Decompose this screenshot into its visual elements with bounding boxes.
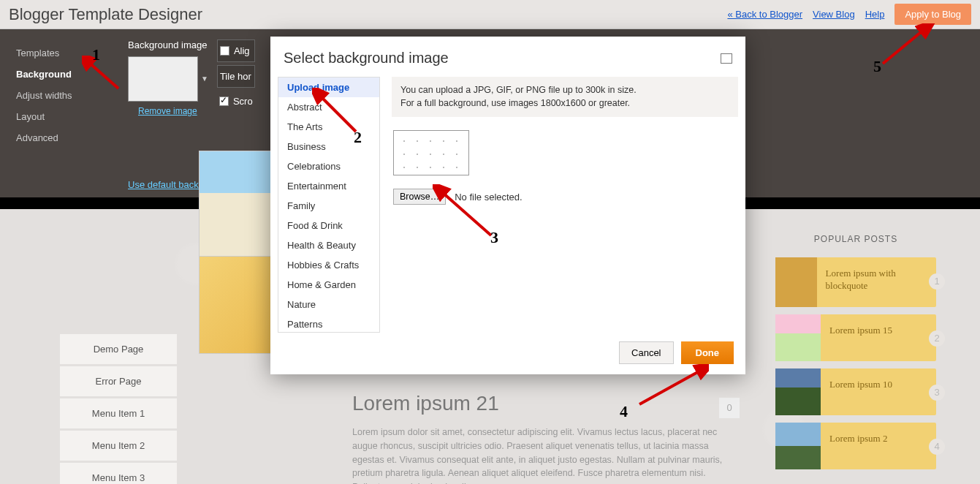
sidebar-item-layout[interactable]: Layout — [16, 106, 121, 127]
upload-instructions: You can upload a JPG, GIF, or PNG file u… — [392, 77, 738, 117]
checkbox-icon[interactable] — [219, 97, 229, 106]
app-title: Blogger Template Designer — [9, 5, 727, 24]
rank-badge: 4 — [929, 439, 945, 455]
svg-line-2 — [441, 192, 491, 235]
annotation-number: 4 — [620, 402, 628, 421]
apply-to-blog-button[interactable]: Apply to Blog — [894, 4, 971, 25]
svg-line-3 — [639, 370, 702, 404]
category-item[interactable]: Business — [278, 137, 379, 156]
chevron-down-icon[interactable]: ▼ — [201, 75, 208, 83]
background-thumbnail[interactable] — [128, 56, 198, 102]
arrow-icon — [433, 184, 498, 243]
arrow-icon — [877, 23, 935, 67]
annotation-number: 5 — [873, 57, 881, 76]
popular-post-item[interactable]: Lorem ipsum 152 — [775, 314, 936, 361]
maximize-icon[interactable] — [721, 53, 732, 64]
cancel-button[interactable]: Cancel — [619, 341, 673, 364]
category-item[interactable]: Entertainment — [278, 176, 379, 196]
tile-option[interactable]: Tile hor — [217, 65, 255, 88]
category-item[interactable]: Nature — [278, 295, 379, 314]
rank-badge: 3 — [929, 385, 945, 401]
svg-line-4 — [883, 29, 924, 64]
popular-post-item[interactable]: Lorem ipsum 24 — [775, 423, 936, 469]
category-item[interactable]: Celebrations — [278, 156, 379, 176]
background-preview-swatch — [393, 130, 469, 175]
remove-image-link[interactable]: Remove image — [138, 106, 208, 116]
top-links: « Back to Blogger View Blog Help Apply t… — [727, 4, 971, 25]
thumbnail-icon — [775, 423, 821, 469]
rank-badge: 2 — [929, 330, 945, 347]
thumbnail-icon — [775, 314, 821, 361]
popular-posts-widget: POPULAR POSTS Lorem ipsum with blockquot… — [775, 234, 936, 477]
category-item[interactable]: Patterns — [278, 314, 379, 333]
help-link[interactable]: Help — [865, 9, 885, 20]
popular-post-item[interactable]: Lorem ipsum 103 — [775, 368, 936, 415]
checkbox-icon[interactable] — [220, 46, 229, 56]
svg-line-0 — [88, 61, 118, 88]
alignment-option[interactable]: Alig — [217, 39, 255, 62]
rank-badge: 1 — [929, 273, 945, 290]
category-item[interactable]: Hobbies & Crafts — [278, 255, 379, 275]
scroll-option[interactable]: Scro — [217, 91, 255, 112]
popular-post-item[interactable]: Lorem ipsum with blockquote1 — [775, 257, 936, 307]
thumbnail-icon — [775, 257, 817, 307]
category-item[interactable]: Family — [278, 196, 379, 216]
annotation-number: 2 — [354, 128, 362, 147]
arrow-icon — [636, 364, 709, 408]
thumbnail-icon — [775, 368, 821, 415]
done-button[interactable]: Done — [681, 341, 734, 364]
background-image-title: Background image — [128, 39, 208, 50]
svg-line-1 — [319, 95, 356, 132]
sidebar-item-advanced[interactable]: Advanced — [16, 127, 121, 148]
category-item[interactable]: Health & Beauty — [278, 235, 379, 255]
modal-footer: Cancel Done — [619, 341, 734, 364]
modal-title: Select background image — [284, 50, 721, 67]
comment-count-badge[interactable]: 0 — [719, 398, 740, 418]
category-item[interactable]: Home & Garden — [278, 275, 379, 295]
background-image-section: Background image ▼ Remove image — [121, 29, 208, 197]
annotation-number: 1 — [92, 45, 100, 64]
modal-header: Select background image — [270, 37, 745, 77]
category-item[interactable]: Food & Drink — [278, 216, 379, 235]
back-to-blogger-link[interactable]: « Back to Blogger — [727, 9, 802, 20]
sidebar: Templates Background Adjust widths Layou… — [0, 29, 121, 197]
annotation-number: 3 — [490, 228, 498, 247]
arrow-icon — [82, 56, 126, 92]
post-excerpt: Lorem ipsum dolor sit amet, consectetur … — [352, 426, 740, 484]
popular-posts-title: POPULAR POSTS — [775, 234, 936, 244]
top-bar: Blogger Template Designer « Back to Blog… — [0, 0, 980, 29]
view-blog-link[interactable]: View Blog — [813, 9, 855, 20]
